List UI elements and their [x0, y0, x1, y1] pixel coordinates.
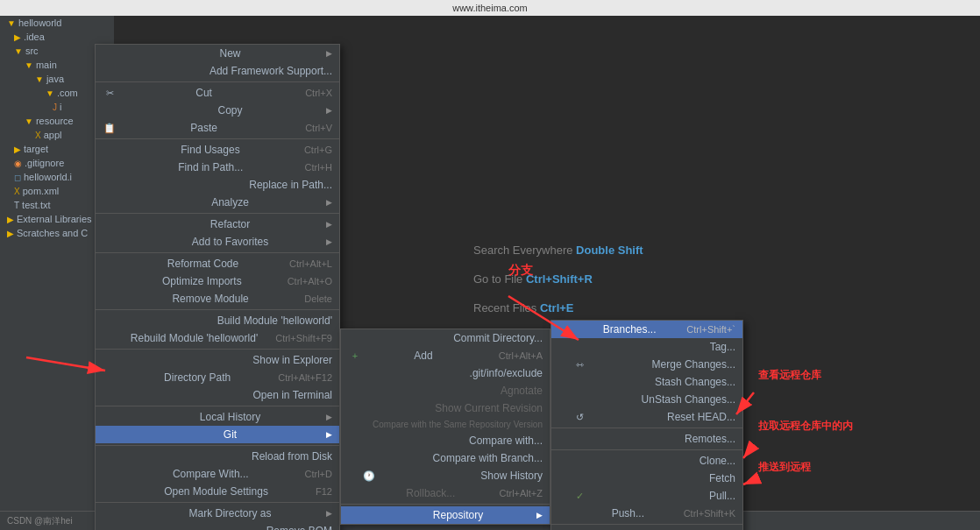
- sidebar-item-helloworld[interactable]: ▼ helloworld: [0, 16, 114, 30]
- menu-item-clone[interactable]: Clone...: [551, 452, 742, 470]
- menu-label: Compare With...: [173, 468, 249, 480]
- menu-label: New: [219, 47, 240, 60]
- hint-search-everywhere: Search Everywhere Double Shift: [473, 244, 643, 257]
- menu-label: Stash Changes...: [655, 376, 735, 388]
- menu-item-cut[interactable]: ✂ Cut Ctrl+X: [96, 84, 339, 102]
- xml-icon: X: [35, 131, 41, 140]
- menu-separator: [551, 524, 742, 525]
- context-menu-git[interactable]: Commit Directory... + Add Ctrl+Alt+A .gi…: [340, 329, 550, 525]
- sidebar-label: Scratches and C: [17, 228, 88, 238]
- menu-item-optimize[interactable]: Optimize Imports Ctrl+Alt+O: [96, 272, 339, 290]
- menu-item-gitinfo[interactable]: .git/info/exclude: [341, 364, 550, 382]
- file-icon: ◻: [14, 173, 21, 182]
- shortcut: Ctrl+H: [305, 162, 332, 173]
- menu-separator: [551, 449, 742, 450]
- hint-text: Go to File: [473, 272, 526, 286]
- folder-icon: ▶: [7, 229, 14, 238]
- menu-item-merge[interactable]: ⇿ Merge Changes...: [551, 356, 742, 373]
- menu-separator: [551, 428, 742, 428]
- menu-item-add-framework[interactable]: Add Framework Support...: [96, 62, 339, 80]
- menu-item-git[interactable]: Git ▶: [96, 426, 339, 443]
- menu-label: .git/info/exclude: [470, 367, 543, 379]
- menu-label: Analyze: [211, 196, 249, 208]
- menu-label: Clone...: [699, 455, 735, 467]
- menu-label: Repository: [433, 509, 483, 521]
- menu-item-compare-branch[interactable]: Compare with Branch...: [341, 449, 550, 467]
- menu-item-paste[interactable]: 📋 Paste Ctrl+V: [96, 119, 339, 137]
- menu-item-show-history[interactable]: 🕐 Show History: [341, 467, 550, 484]
- sidebar-label: .idea: [24, 32, 45, 42]
- submenu-arrow: ▶: [326, 430, 332, 439]
- menu-item-replace-path[interactable]: Replace in Path...: [96, 176, 339, 194]
- history-icon: 🕐: [362, 470, 376, 482]
- menu-item-remove-bom[interactable]: Remove BOM: [96, 522, 339, 530]
- menu-item-show-explorer[interactable]: Show in Explorer: [96, 351, 339, 369]
- menu-item-unstash[interactable]: UnStash Changes...: [551, 391, 742, 408]
- menu-label: Remove Module: [172, 293, 248, 305]
- menu-label: Rebuild Module 'helloworld': [131, 332, 258, 344]
- menu-label: Agnotate: [501, 385, 543, 397]
- menu-item-remotes[interactable]: Remotes...: [551, 430, 742, 448]
- menu-item-push[interactable]: Push... Ctrl+Shift+K: [551, 505, 742, 522]
- menu-item-find-usages[interactable]: Find Usages Ctrl+G: [96, 141, 339, 159]
- submenu-arrow: ▶: [326, 237, 332, 246]
- shortcut: Ctrl+Alt+F12: [278, 372, 332, 383]
- menu-item-open-terminal[interactable]: Open in Terminal: [96, 386, 339, 404]
- menu-item-branches[interactable]: Branches... Ctrl+Shift+`: [551, 321, 742, 338]
- menu-item-mark-dir[interactable]: Mark Directory as ▶: [96, 505, 339, 522]
- menu-label: Add Framework Support...: [209, 65, 332, 77]
- menu-label: Mark Directory as: [188, 507, 271, 519]
- menu-separator: [96, 213, 339, 214]
- menu-item-add-favorites[interactable]: Add to Favorites ▶: [96, 233, 339, 251]
- shortcut: Ctrl+Alt+O: [288, 276, 332, 286]
- menu-label: Branches...: [603, 323, 657, 336]
- menu-separator: [96, 349, 339, 350]
- sidebar-item-idea[interactable]: ▶ .idea: [0, 30, 114, 44]
- context-menu-1[interactable]: New ▶ Add Framework Support... ✂ Cut Ctr…: [95, 44, 340, 530]
- menu-item-reset-head[interactable]: ↺ Reset HEAD...: [551, 408, 742, 426]
- menu-item-find-path[interactable]: Find in Path... Ctrl+H: [96, 159, 339, 176]
- menu-label: Copy: [217, 104, 242, 117]
- menu-item-build[interactable]: Build Module 'helloworld': [96, 312, 339, 329]
- menu-item-stash[interactable]: Stash Changes...: [551, 373, 742, 391]
- menu-item-tag[interactable]: Tag...: [551, 338, 742, 356]
- shortcut: Ctrl+Shift+`: [686, 324, 735, 335]
- menu-item-repository[interactable]: Repository ▶: [341, 506, 550, 524]
- xml-icon: X: [14, 187, 20, 196]
- menu-item-copy[interactable]: Copy ▶: [96, 102, 339, 119]
- menu-label: Push...: [612, 507, 644, 519]
- menu-label: Directory Path: [164, 371, 231, 384]
- menu-item-commit-dir[interactable]: Commit Directory...: [341, 329, 550, 347]
- menu-label: Merge Changes...: [652, 358, 735, 371]
- menu-item-dir-path[interactable]: Directory Path Ctrl+Alt+F12: [96, 369, 339, 386]
- menu-item-reformat[interactable]: Reformat Code Ctrl+Alt+L: [96, 255, 339, 272]
- menu-item-compare-with[interactable]: Compare With... Ctrl+D: [96, 465, 339, 483]
- submenu-arrow: ▶: [326, 413, 332, 421]
- menu-separator: [96, 252, 339, 253]
- menu-item-reload[interactable]: Reload from Disk: [96, 448, 339, 465]
- menu-separator: [341, 504, 550, 505]
- status-text: CSDN @南洋hei: [7, 515, 73, 527]
- menu-item-compare-with2[interactable]: Compare with...: [341, 432, 550, 449]
- menu-item-local-history[interactable]: Local History ▶: [96, 408, 339, 426]
- menu-label: Find Usages: [181, 144, 239, 156]
- menu-label: Cut: [195, 87, 212, 99]
- menu-item-analyze[interactable]: Analyze ▶: [96, 194, 339, 211]
- menu-item-show-revision: Show Current Revision: [341, 399, 550, 417]
- menu-item-refactor[interactable]: Refactor ▶: [96, 216, 339, 233]
- sidebar-label: External Libraries: [17, 214, 92, 224]
- menu-item-pull[interactable]: ✓ Pull...: [551, 487, 742, 505]
- menu-item-rebuild[interactable]: Rebuild Module 'helloworld' Ctrl+Shift+F…: [96, 329, 339, 347]
- menu-item-fetch[interactable]: Fetch: [551, 470, 742, 487]
- menu-item-add[interactable]: + Add Ctrl+Alt+A: [341, 347, 550, 364]
- menu-item-new[interactable]: New ▶: [96, 45, 339, 62]
- context-menu-repository[interactable]: Branches... Ctrl+Shift+` Tag... ⇿ Merge …: [550, 320, 743, 530]
- submenu-arrow: ▶: [326, 509, 332, 518]
- sidebar-label: pom.xml: [23, 186, 60, 196]
- menu-item-remove-module[interactable]: Remove Module Delete: [96, 290, 339, 307]
- menu-item-module-settings[interactable]: Open Module Settings F12: [96, 483, 339, 500]
- sidebar-label: .com: [57, 88, 78, 98]
- shortcut: Delete: [304, 293, 332, 304]
- menu-item-rebase[interactable]: Rebase...: [551, 526, 742, 530]
- menu-label: Add to Favorites: [192, 236, 268, 248]
